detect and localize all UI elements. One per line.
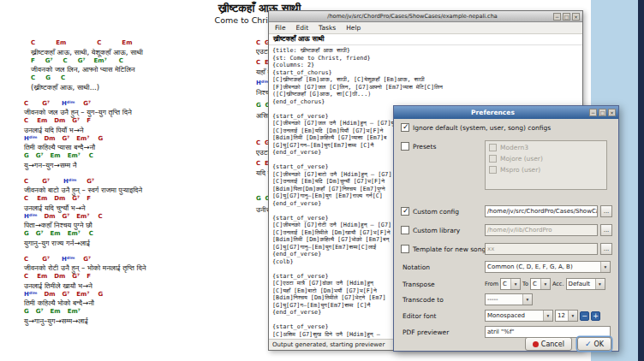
chord: Hᵈⁱᵐ: [24, 291, 37, 298]
ignore-defaults-checkbox[interactable]: [401, 123, 409, 132]
font-size-value: 12: [556, 312, 568, 319]
chord: G⁷: [72, 117, 80, 124]
menu-file[interactable]: File: [275, 24, 286, 32]
cancel-button[interactable]: Cancel: [525, 337, 572, 351]
chord: Hᵈⁱᵐ: [62, 100, 75, 107]
font-size-decrease-button[interactable]: −: [580, 311, 589, 321]
source-line: {end_of_chorus}: [272, 98, 579, 106]
font-size-increase-button[interactable]: +: [591, 311, 600, 321]
preset-item[interactable]: Mspro (user): [489, 166, 603, 174]
lyric-line: जीवनको जल लिन, आफ्नो प्यास मेटिलिन: [24, 65, 257, 74]
editor-maximize-button[interactable]: □: [563, 13, 570, 21]
editor-minimize-button[interactable]: −: [553, 13, 561, 21]
template-browse-button[interactable]: ...: [600, 243, 612, 255]
chord: G: [45, 74, 51, 81]
dropdown-arrow-icon: ▾: [595, 279, 605, 289]
preset-item[interactable]: Mojore (user): [489, 155, 603, 163]
template-checkbox[interactable]: [401, 245, 409, 253]
source-line: ([C]ख्रीष्टकहाँ [G]आऊ, सा[C]थी...): [272, 91, 579, 98]
preset-item[interactable]: Modern3: [489, 144, 603, 151]
chord: C: [31, 39, 35, 46]
preferences-titlebar[interactable]: Preferences −□×: [394, 106, 618, 119]
chord: Dm: [44, 291, 55, 298]
custom-library-checkbox[interactable]: [401, 226, 409, 234]
chord: Em: [122, 39, 132, 46]
chord: Em: [37, 117, 47, 124]
preset-checkbox[interactable]: [489, 166, 497, 174]
transpose-acc-label: Acc.: [552, 281, 564, 287]
menu-help[interactable]: Help: [346, 24, 361, 32]
chord: G⁷: [72, 273, 80, 280]
custom-config-browse-button[interactable]: ...: [600, 205, 612, 217]
chord: Dm: [44, 213, 55, 220]
custom-library-row: Custom library: [401, 224, 460, 236]
preset-checkbox[interactable]: [489, 155, 497, 163]
chord-line: HᵈⁱᵐDmG⁷Em⁷G: [24, 135, 257, 144]
chord: G⁷: [78, 57, 86, 64]
source-line: {columns: 2}: [272, 62, 579, 69]
editor-font-label: Editor font: [402, 312, 437, 320]
screen-edge-strip: [638, 0, 644, 361]
preferences-maximize-button[interactable]: □: [599, 109, 606, 116]
chord-line: CEmDmG⁷F: [24, 117, 257, 126]
transcode-select[interactable]: ----- ▾: [485, 293, 533, 305]
editor-font-value: Monospaced: [486, 312, 543, 319]
template-input[interactable]: xx: [485, 243, 598, 255]
chord: G⁷: [63, 291, 70, 298]
chord: F: [86, 117, 91, 124]
lyric-line: ख्रीष्टकहाँ आऊ, साथी, येशूकहाँ आऊ, साथी: [24, 48, 257, 57]
chord: Dm: [54, 273, 65, 280]
transpose-from-label: From: [485, 281, 498, 287]
pdf-previewer-input[interactable]: atril "%f": [485, 326, 611, 338]
lyric-line: उनलाई तिमीले खायौ भ→ने: [24, 281, 257, 291]
lyric-line: यु→गन–युग→सम्म नै: [24, 161, 257, 170]
preset-checkbox[interactable]: [489, 144, 497, 151]
preferences-close-button[interactable]: ×: [608, 109, 616, 116]
chord: C: [98, 213, 102, 220]
ok-button[interactable]: ✓ OK: [577, 337, 611, 351]
template-label: Template for new songs: [413, 246, 489, 253]
dropdown-arrow-icon: ▾: [510, 279, 520, 289]
dropdown-arrow-icon: ▾: [522, 294, 532, 305]
custom-config-input[interactable]: /home/jv/src/ChordPro/Cases/ShowCas: [485, 205, 598, 217]
editor-font-controls: Monospaced ▾ 12 ▾ − +: [485, 310, 600, 322]
transpose-acc-select[interactable]: Default ▾: [566, 278, 605, 290]
font-size-select[interactable]: 12 ▾: [555, 310, 578, 322]
transpose-from-select[interactable]: C ▾: [500, 278, 521, 290]
editor-font-select[interactable]: Monospaced ▾: [485, 310, 553, 322]
chord: C: [63, 57, 68, 64]
transpose-to-select[interactable]: C ▾: [530, 278, 551, 290]
chord: Em: [51, 152, 61, 159]
menu-tasks[interactable]: Tasks: [319, 24, 336, 32]
custom-config-checkbox[interactable]: [401, 207, 409, 216]
presets-row: Presets: [401, 140, 436, 152]
song-column-left: CEmCEmख्रीष्टकहाँ आऊ, साथी, येशूकहाँ आऊ,…: [24, 39, 257, 326]
notation-select[interactable]: Common (C, D, E, F, G, A, B) ▾: [485, 261, 611, 273]
custom-library-label: Custom library: [413, 227, 460, 234]
chord: G⁷: [42, 256, 50, 263]
preferences-minimize-button[interactable]: −: [589, 109, 597, 116]
chord-line: HᵈⁱᵐDmG⁷Em⁷C: [24, 213, 257, 222]
chord: G: [98, 291, 103, 298]
chord: Em⁷: [76, 135, 89, 142]
chord: Em⁷: [94, 57, 107, 64]
menu-edit[interactable]: Edit: [296, 24, 309, 32]
chord: Em: [56, 39, 66, 46]
custom-library-browse-button[interactable]: ...: [600, 224, 612, 236]
presets-list[interactable]: Modern3Mojore (user)Mspro (user): [485, 140, 607, 190]
chord-line: FG⁷CG⁷Em⁷C: [24, 57, 257, 66]
preset-label: Mspro (user): [500, 166, 540, 174]
chord: Dm: [54, 195, 65, 202]
preferences-window-controls: −□×: [589, 109, 616, 116]
chord: G⁷: [83, 256, 91, 263]
pdf-previewer-label: PDF previewer: [402, 328, 449, 336]
editor-titlebar[interactable]: /home/jv/src/ChordPro/Cases/ShowCases/ex…: [269, 11, 582, 22]
chord-line: GG⁷EmEm⁷: [24, 308, 257, 317]
chord-line: CG⁷HᵈⁱᵐG⁷: [24, 256, 257, 264]
presets-checkbox[interactable]: [401, 142, 409, 151]
transpose-to-value: C: [531, 281, 540, 287]
chord: C: [61, 74, 65, 81]
custom-library-input[interactable]: /home/jv/lib/ChordPro: [485, 224, 598, 236]
chord: Em: [37, 195, 47, 202]
editor-close-button[interactable]: ×: [572, 13, 580, 21]
